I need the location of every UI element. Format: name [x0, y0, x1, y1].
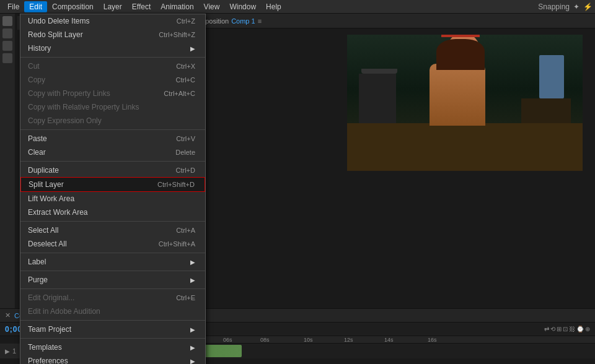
menu-templates[interactable]: Templates ▶	[20, 340, 205, 354]
history-arrow: ▶	[190, 45, 195, 52]
paste-label: Paste	[28, 134, 164, 143]
extract-work-area-label: Extract Work Area	[28, 208, 195, 217]
tool-shape[interactable]	[2, 53, 12, 63]
separator-5	[20, 253, 205, 253]
copy-shortcut: Ctrl+C	[176, 76, 195, 84]
purge-label: Purge	[28, 275, 190, 284]
separator-1	[20, 57, 205, 58]
comp-name: Comp 1	[231, 17, 255, 25]
copy-property-links-shortcut: Ctrl+Alt+C	[164, 90, 195, 97]
menu-select-all[interactable]: Select All Ctrl+A	[20, 223, 205, 237]
preferences-label: Preferences	[28, 357, 190, 364]
menu-clear[interactable]: Clear Delete	[20, 145, 205, 159]
ruler-4s: 06s	[223, 337, 232, 343]
menu-edit[interactable]: Edit	[24, 1, 47, 12]
menu-lift-work-area[interactable]: Lift Work Area	[20, 192, 205, 206]
menu-edit-adobe-audition: Edit in Adobe Audition	[20, 305, 205, 318]
ruler-7s: 12s	[344, 337, 353, 343]
track-number: 1	[12, 347, 16, 355]
label-arrow: ▶	[190, 259, 195, 266]
tool-panel	[0, 14, 15, 308]
menu-history[interactable]: History ▶	[20, 41, 205, 55]
tool-2[interactable]: ⟲	[550, 326, 555, 332]
menu-cut: Cut Ctrl+X	[20, 59, 205, 73]
team-project-label: Team Project	[28, 325, 190, 334]
menubar-right: Snapping ✦ ⚡	[538, 2, 593, 11]
menu-team-project[interactable]: Team Project ▶	[20, 323, 205, 336]
tool-select[interactable]	[2, 16, 12, 26]
menu-deselect-all[interactable]: Deselect All Ctrl+Shift+A	[20, 237, 205, 251]
edit-original-label: Edit Original...	[28, 293, 164, 302]
menu-copy: Copy Ctrl+C	[20, 73, 205, 87]
menu-effect[interactable]: Effect	[127, 1, 156, 12]
deselect-all-label: Deselect All	[28, 240, 146, 248]
edit-original-shortcut: Ctrl+E	[176, 294, 195, 301]
scene-monitor	[359, 74, 396, 123]
scene-person-body	[430, 64, 485, 126]
split-layer-shortcut: Ctrl+Shift+D	[157, 181, 195, 188]
scene-monitor-stand	[361, 69, 397, 74]
templates-label: Templates	[28, 343, 190, 352]
menu-copy-expression: Copy Expression Only	[20, 114, 205, 128]
tool-6[interactable]: ⌚	[576, 326, 584, 332]
menu-edit-original: Edit Original... Ctrl+E	[20, 291, 205, 305]
comp-tab-menu-icon: ≡	[258, 17, 262, 25]
edit-dropdown-menu: Undo Delete Items Ctrl+Z Redo Split Laye…	[20, 14, 206, 364]
separator-8	[20, 320, 205, 321]
tool-pen[interactable]	[2, 28, 12, 38]
deselect-all-shortcut: Ctrl+Shift+A	[159, 240, 195, 248]
split-layer-label: Split Layer	[29, 180, 145, 189]
menubar: File Edit Composition Layer Effect Anima…	[0, 0, 595, 14]
ruler-9s: 16s	[428, 337, 437, 343]
menu-split-layer[interactable]: Split Layer Ctrl+Shift+D	[20, 177, 205, 192]
templates-arrow: ▶	[190, 344, 195, 351]
track-expand-icon[interactable]: ▶	[5, 348, 10, 355]
menu-copy-property-links: Copy with Property Links Ctrl+Alt+C	[20, 87, 205, 100]
scene-person-hat	[441, 35, 480, 37]
menu-file[interactable]: File	[2, 1, 24, 12]
ruler-6s: 10s	[304, 337, 313, 343]
menu-view[interactable]: View	[199, 1, 225, 12]
purge-arrow: ▶	[190, 277, 195, 284]
history-label: History	[28, 44, 190, 53]
separator-7	[20, 288, 205, 289]
timeline-close-icon[interactable]: ✕	[5, 311, 11, 319]
cut-label: Cut	[28, 62, 164, 71]
tool-7[interactable]: ⊕	[585, 326, 590, 332]
menu-layer[interactable]: Layer	[99, 1, 127, 12]
tool-3[interactable]: ⊞	[557, 326, 562, 332]
separator-4	[20, 221, 205, 222]
menu-duplicate[interactable]: Duplicate Ctrl+D	[20, 163, 205, 177]
undo-label: Undo Delete Items	[28, 17, 164, 25]
scene-table	[521, 98, 571, 123]
magnet-icon[interactable]: ⚡	[583, 2, 593, 11]
menu-animation[interactable]: Animation	[156, 1, 198, 12]
menu-copy-relative-property-links: Copy with Relative Property Links	[20, 100, 205, 114]
label-label: Label	[28, 258, 190, 266]
tool-text[interactable]	[2, 41, 12, 51]
copy-label: Copy	[28, 76, 164, 84]
cut-shortcut: Ctrl+X	[176, 63, 195, 70]
menu-purge[interactable]: Purge ▶	[20, 273, 205, 287]
menu-label[interactable]: Label ▶	[20, 255, 205, 269]
duplicate-shortcut: Ctrl+D	[176, 167, 195, 174]
menu-help[interactable]: Help	[261, 1, 286, 12]
tool-5[interactable]: ⛓	[569, 326, 575, 332]
menu-composition[interactable]: Composition	[47, 1, 99, 12]
team-project-arrow: ▶	[190, 326, 195, 333]
tool-4[interactable]: ⊡	[563, 326, 568, 332]
scene-person-hair	[436, 39, 485, 70]
tool-1[interactable]: ⇄	[544, 326, 549, 332]
menu-undo[interactable]: Undo Delete Items Ctrl+Z	[20, 14, 205, 28]
menu-window[interactable]: Window	[224, 1, 261, 12]
menu-redo[interactable]: Redo Split Layer Ctrl+Shift+Z	[20, 28, 205, 41]
copy-property-links-label: Copy with Property Links	[28, 89, 151, 98]
menu-extract-work-area[interactable]: Extract Work Area	[20, 206, 205, 219]
edit-adobe-audition-label: Edit in Adobe Audition	[28, 307, 195, 316]
preferences-arrow: ▶	[190, 358, 195, 365]
redo-label: Redo Split Layer	[28, 30, 146, 39]
menu-paste[interactable]: Paste Ctrl+V	[20, 132, 205, 145]
snapping-icon[interactable]: ✦	[573, 2, 580, 11]
undo-shortcut: Ctrl+Z	[177, 17, 195, 25]
menu-preferences[interactable]: Preferences ▶	[20, 354, 205, 364]
